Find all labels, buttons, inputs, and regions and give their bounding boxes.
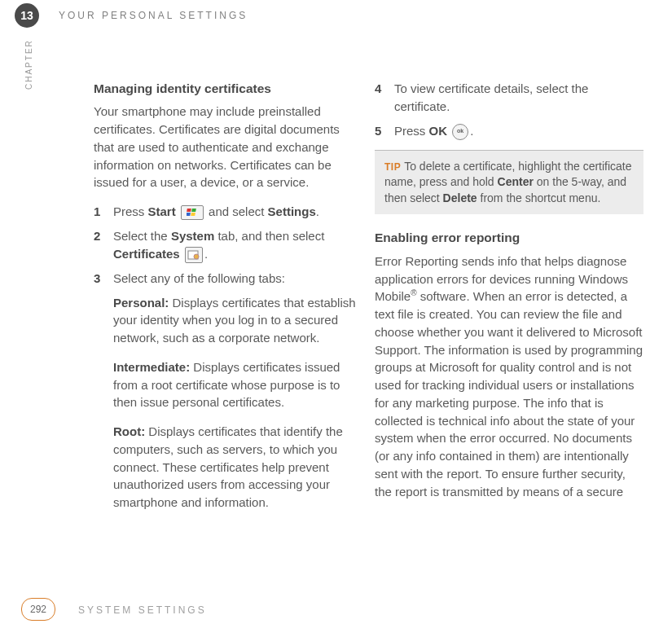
- tab-label: Intermediate:: [113, 360, 190, 374]
- tab-root: Root: Displays certificates that identif…: [113, 423, 362, 512]
- step-number: 4: [375, 80, 394, 116]
- text: .: [316, 204, 319, 218]
- bold-text: System: [171, 229, 214, 243]
- text: Select the: [113, 229, 171, 243]
- step-1: 1 Press Start and select Settings.: [94, 203, 362, 221]
- step-3: 3 Select any of the following tabs:: [94, 270, 362, 288]
- text: tab, and then select: [214, 229, 324, 243]
- start-icon: [181, 205, 204, 220]
- step-body: To view certificate details, select the …: [394, 80, 643, 116]
- step-body: Press OK ok.: [394, 122, 643, 140]
- text: .: [204, 247, 208, 261]
- bold-text: OK: [429, 124, 448, 138]
- section-heading-certificates: Managing identity certificates: [94, 80, 362, 98]
- bold-text: Start: [148, 204, 176, 218]
- step-number: 3: [94, 270, 113, 288]
- page-number-badge: 292: [21, 598, 55, 621]
- svg-rect-1: [191, 209, 196, 212]
- step-5: 5 Press OK ok.: [375, 122, 643, 140]
- tab-label: Personal:: [113, 296, 169, 310]
- chapter-number-badge: 13: [15, 3, 39, 28]
- text: Press: [113, 204, 148, 218]
- registered-symbol: ®: [411, 288, 416, 297]
- text: .: [470, 124, 473, 138]
- bold-text: Settings: [268, 204, 316, 218]
- bold-text: Certificates: [113, 247, 180, 261]
- footer-section-title: SYSTEM SETTINGS: [78, 604, 207, 616]
- step-number: 5: [375, 122, 394, 140]
- text: Press: [394, 124, 429, 138]
- tab-intermediate: Intermediate: Displays certificates issu…: [113, 358, 362, 411]
- step-number: 2: [94, 227, 113, 263]
- running-header: YOUR PERSONAL SETTINGS: [59, 10, 248, 21]
- chapter-side-label: CHAPTER: [24, 39, 33, 90]
- tab-label: Root:: [113, 424, 145, 438]
- tab-personal: Personal: Displays certificates that est…: [113, 294, 362, 347]
- left-column: Managing identity certificates Your smar…: [94, 80, 362, 523]
- text: and select: [209, 204, 268, 218]
- svg-rect-3: [191, 213, 195, 216]
- ok-icon: ok: [452, 124, 468, 140]
- svg-rect-2: [187, 213, 191, 216]
- step-2: 2 Select the System tab, and then select…: [94, 227, 362, 263]
- step-body: Select any of the following tabs:: [113, 270, 362, 288]
- svg-rect-0: [187, 209, 191, 212]
- bold-text: Delete: [443, 191, 477, 204]
- step-4: 4 To view certificate details, select th…: [375, 80, 643, 116]
- certificates-icon: [185, 247, 203, 263]
- tab-desc: Displays certificates that identify the …: [113, 424, 343, 509]
- tip-box: TIPTo delete a certificate, highlight th…: [375, 150, 643, 215]
- text: software. When an error is detected, a t…: [375, 289, 643, 498]
- tip-label: TIP: [384, 161, 401, 173]
- step-number: 1: [94, 203, 113, 221]
- svg-point-5: [194, 254, 199, 259]
- step-body: Press Start and select Settings.: [113, 203, 362, 221]
- section-heading-error-reporting: Enabling error reporting: [375, 229, 643, 247]
- right-column: 4 To view certificate details, select th…: [375, 80, 643, 512]
- bold-text: Center: [498, 175, 534, 188]
- step-body: Select the System tab, and then select C…: [113, 227, 362, 263]
- text: from the shortcut menu.: [477, 191, 601, 204]
- error-reporting-paragraph: Error Reporting sends info that helps di…: [375, 253, 643, 501]
- intro-paragraph: Your smartphone may include preinstalled…: [94, 103, 362, 191]
